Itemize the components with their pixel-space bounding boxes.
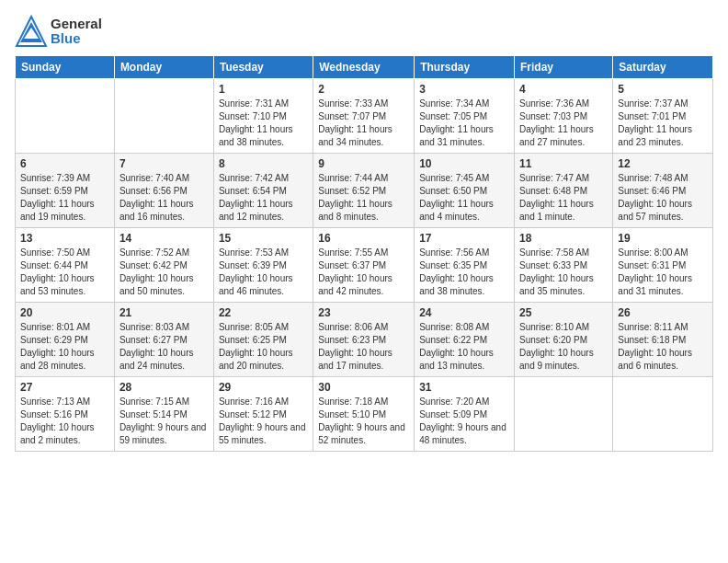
calendar-cell: 26Sunrise: 8:11 AM Sunset: 6:18 PM Dayli…: [613, 303, 713, 377]
day-info: Sunrise: 7:50 AM Sunset: 6:44 PM Dayligh…: [20, 247, 109, 298]
calendar-cell: [613, 377, 713, 452]
calendar-header-wednesday: Wednesday: [313, 56, 415, 79]
calendar-cell: 14Sunrise: 7:52 AM Sunset: 6:42 PM Dayli…: [114, 228, 213, 303]
calendar-cell: 16Sunrise: 7:55 AM Sunset: 6:37 PM Dayli…: [313, 228, 415, 303]
calendar-cell: 15Sunrise: 7:53 AM Sunset: 6:39 PM Dayli…: [213, 228, 313, 303]
day-info: Sunrise: 7:13 AM Sunset: 5:16 PM Dayligh…: [20, 396, 109, 447]
calendar-cell: 24Sunrise: 8:08 AM Sunset: 6:22 PM Dayli…: [415, 303, 515, 377]
day-info: Sunrise: 7:42 AM Sunset: 6:54 PM Dayligh…: [219, 172, 308, 224]
day-info: Sunrise: 8:06 AM Sunset: 6:23 PM Dayligh…: [318, 321, 409, 373]
day-number: 21: [119, 306, 209, 319]
day-info: Sunrise: 8:03 AM Sunset: 6:27 PM Dayligh…: [119, 321, 209, 373]
day-info: Sunrise: 7:34 AM Sunset: 7:05 PM Dayligh…: [419, 98, 509, 149]
day-number: 16: [318, 232, 409, 245]
day-info: Sunrise: 7:20 AM Sunset: 5:09 PM Dayligh…: [419, 396, 509, 447]
day-number: 5: [618, 83, 708, 96]
header: General Blue: [15, 15, 713, 48]
calendar-cell: 23Sunrise: 8:06 AM Sunset: 6:23 PM Dayli…: [313, 303, 415, 377]
calendar-header-thursday: Thursday: [415, 56, 515, 79]
day-number: 23: [318, 306, 409, 319]
day-number: 24: [419, 306, 509, 319]
calendar-header-saturday: Saturday: [613, 56, 713, 79]
day-info: Sunrise: 8:00 AM Sunset: 6:31 PM Dayligh…: [618, 247, 708, 298]
calendar-cell: 31Sunrise: 7:20 AM Sunset: 5:09 PM Dayli…: [415, 377, 515, 452]
calendar-header-row: SundayMondayTuesdayWednesdayThursdayFrid…: [16, 56, 713, 79]
day-info: Sunrise: 7:55 AM Sunset: 6:37 PM Dayligh…: [318, 247, 409, 298]
day-number: 29: [219, 381, 308, 394]
calendar-cell: 1Sunrise: 7:31 AM Sunset: 7:10 PM Daylig…: [213, 79, 313, 154]
day-info: Sunrise: 7:53 AM Sunset: 6:39 PM Dayligh…: [219, 247, 308, 298]
calendar-week-3: 13Sunrise: 7:50 AM Sunset: 6:44 PM Dayli…: [16, 228, 713, 303]
calendar-header-tuesday: Tuesday: [213, 56, 313, 79]
calendar-header-monday: Monday: [114, 56, 213, 79]
calendar: SundayMondayTuesdayWednesdayThursdayFrid…: [15, 55, 713, 452]
calendar-cell: 13Sunrise: 7:50 AM Sunset: 6:44 PM Dayli…: [16, 228, 115, 303]
calendar-cell: 7Sunrise: 7:40 AM Sunset: 6:56 PM Daylig…: [114, 154, 213, 228]
day-number: 19: [618, 232, 708, 245]
calendar-cell: 22Sunrise: 8:05 AM Sunset: 6:25 PM Dayli…: [213, 303, 313, 377]
calendar-cell: 27Sunrise: 7:13 AM Sunset: 5:16 PM Dayli…: [16, 377, 115, 452]
calendar-cell: [114, 79, 213, 154]
day-info: Sunrise: 8:10 AM Sunset: 6:20 PM Dayligh…: [519, 321, 608, 373]
day-number: 9: [318, 157, 409, 170]
calendar-cell: 10Sunrise: 7:45 AM Sunset: 6:50 PM Dayli…: [415, 154, 515, 228]
day-number: 11: [519, 157, 608, 170]
calendar-week-4: 20Sunrise: 8:01 AM Sunset: 6:29 PM Dayli…: [16, 303, 713, 377]
logo-general-text: General: [51, 16, 102, 31]
calendar-cell: 29Sunrise: 7:16 AM Sunset: 5:12 PM Dayli…: [213, 377, 313, 452]
day-info: Sunrise: 7:31 AM Sunset: 7:10 PM Dayligh…: [219, 98, 308, 149]
calendar-cell: 3Sunrise: 7:34 AM Sunset: 7:05 PM Daylig…: [415, 79, 515, 154]
day-info: Sunrise: 8:05 AM Sunset: 6:25 PM Dayligh…: [219, 321, 308, 373]
calendar-cell: 28Sunrise: 7:15 AM Sunset: 5:14 PM Dayli…: [114, 377, 213, 452]
day-number: 2: [318, 83, 409, 96]
day-info: Sunrise: 7:56 AM Sunset: 6:35 PM Dayligh…: [419, 247, 509, 298]
day-number: 25: [519, 306, 608, 319]
day-number: 1: [219, 83, 308, 96]
calendar-cell: 25Sunrise: 8:10 AM Sunset: 6:20 PM Dayli…: [515, 303, 613, 377]
day-info: Sunrise: 7:48 AM Sunset: 6:46 PM Dayligh…: [618, 172, 708, 224]
day-number: 20: [20, 306, 109, 319]
day-info: Sunrise: 7:33 AM Sunset: 7:07 PM Dayligh…: [318, 98, 409, 149]
calendar-week-1: 1Sunrise: 7:31 AM Sunset: 7:10 PM Daylig…: [16, 79, 713, 154]
day-number: 14: [119, 232, 209, 245]
day-number: 10: [419, 157, 509, 170]
day-number: 7: [119, 157, 209, 170]
day-info: Sunrise: 8:11 AM Sunset: 6:18 PM Dayligh…: [618, 321, 708, 373]
day-number: 28: [119, 381, 209, 394]
calendar-cell: 9Sunrise: 7:44 AM Sunset: 6:52 PM Daylig…: [313, 154, 415, 228]
calendar-cell: 8Sunrise: 7:42 AM Sunset: 6:54 PM Daylig…: [213, 154, 313, 228]
calendar-cell: 20Sunrise: 8:01 AM Sunset: 6:29 PM Dayli…: [16, 303, 115, 377]
day-number: 27: [20, 381, 109, 394]
page: General Blue SundayMondayTuesdayWednesda…: [0, 0, 728, 563]
calendar-cell: [16, 79, 115, 154]
day-info: Sunrise: 7:39 AM Sunset: 6:59 PM Dayligh…: [20, 172, 109, 224]
logo-blue-text: Blue: [51, 31, 102, 47]
calendar-cell: [515, 377, 613, 452]
day-number: 12: [618, 157, 708, 170]
day-info: Sunrise: 7:37 AM Sunset: 7:01 PM Dayligh…: [618, 98, 708, 149]
day-number: 3: [419, 83, 509, 96]
logo: General Blue: [15, 15, 102, 48]
day-info: Sunrise: 7:52 AM Sunset: 6:42 PM Dayligh…: [119, 247, 209, 298]
day-number: 4: [519, 83, 608, 96]
calendar-header-sunday: Sunday: [16, 56, 115, 79]
calendar-cell: 19Sunrise: 8:00 AM Sunset: 6:31 PM Dayli…: [613, 228, 713, 303]
day-number: 8: [219, 157, 308, 170]
day-info: Sunrise: 7:58 AM Sunset: 6:33 PM Dayligh…: [519, 247, 608, 298]
day-info: Sunrise: 7:45 AM Sunset: 6:50 PM Dayligh…: [419, 172, 509, 224]
day-info: Sunrise: 7:44 AM Sunset: 6:52 PM Dayligh…: [318, 172, 409, 224]
calendar-cell: 2Sunrise: 7:33 AM Sunset: 7:07 PM Daylig…: [313, 79, 415, 154]
calendar-week-2: 6Sunrise: 7:39 AM Sunset: 6:59 PM Daylig…: [16, 154, 713, 228]
calendar-cell: 18Sunrise: 7:58 AM Sunset: 6:33 PM Dayli…: [515, 228, 613, 303]
logo-svg: [15, 15, 48, 48]
day-info: Sunrise: 7:40 AM Sunset: 6:56 PM Dayligh…: [119, 172, 209, 224]
day-info: Sunrise: 8:08 AM Sunset: 6:22 PM Dayligh…: [419, 321, 509, 373]
day-number: 6: [20, 157, 109, 170]
calendar-cell: 12Sunrise: 7:48 AM Sunset: 6:46 PM Dayli…: [613, 154, 713, 228]
day-number: 30: [318, 381, 409, 394]
calendar-cell: 5Sunrise: 7:37 AM Sunset: 7:01 PM Daylig…: [613, 79, 713, 154]
day-info: Sunrise: 7:36 AM Sunset: 7:03 PM Dayligh…: [519, 98, 608, 149]
day-number: 26: [618, 306, 708, 319]
calendar-cell: 30Sunrise: 7:18 AM Sunset: 5:10 PM Dayli…: [313, 377, 415, 452]
day-number: 13: [20, 232, 109, 245]
